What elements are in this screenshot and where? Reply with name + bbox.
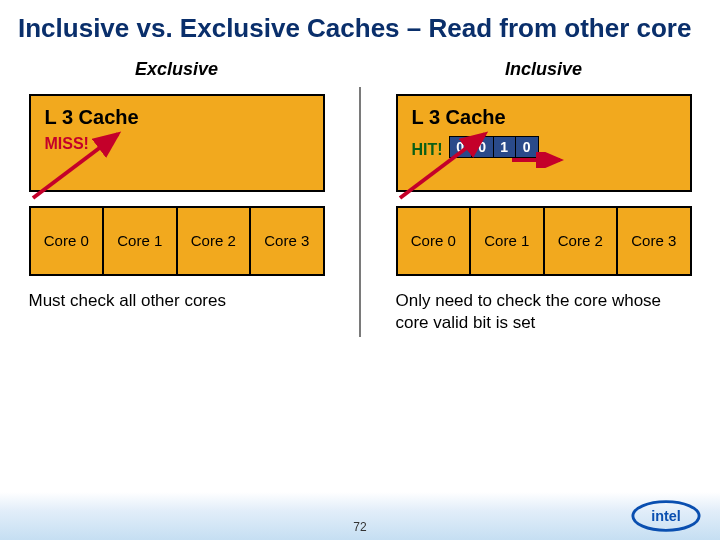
inclusive-cores-row: Core 0 Core 1 Core 2 Core 3 xyxy=(396,206,692,276)
core-cell: Core 1 xyxy=(102,206,176,276)
miss-label: MISS! xyxy=(45,135,309,153)
bit-cell: 0 xyxy=(516,137,538,157)
core-cell: Core 1 xyxy=(469,206,543,276)
columns: Exclusive L 3 Cache MISS! Core 0 Core 1 … xyxy=(0,55,720,337)
exclusive-label: Exclusive xyxy=(135,59,218,80)
intel-logo-icon: intel xyxy=(630,498,702,534)
hit-label: HIT! xyxy=(412,141,443,159)
exclusive-l3-box: L 3 Cache MISS! xyxy=(29,94,325,192)
svg-text:intel: intel xyxy=(651,508,681,524)
bit-cell: 0 xyxy=(450,137,472,157)
inclusive-explain: Only need to check the core whose core v… xyxy=(396,290,692,336)
inclusive-column: Inclusive L 3 Cache HIT! 0 0 1 0 xyxy=(385,55,702,337)
core-cell: Core 0 xyxy=(396,206,470,276)
column-divider xyxy=(359,87,361,337)
core-cell: Core 2 xyxy=(543,206,617,276)
valid-bits: 0 0 1 0 xyxy=(449,136,539,158)
bit-cell: 0 xyxy=(472,137,494,157)
exclusive-explain: Must check all other cores xyxy=(29,290,325,313)
core-cell: Core 0 xyxy=(29,206,103,276)
core-cell: Core 2 xyxy=(176,206,250,276)
core-cell: Core 3 xyxy=(249,206,325,276)
inclusive-l3-box: L 3 Cache HIT! 0 0 1 0 xyxy=(396,94,692,192)
inclusive-l3-title: L 3 Cache xyxy=(412,106,676,129)
core-cell: Core 3 xyxy=(616,206,692,276)
footer-bar: 72 intel xyxy=(0,492,720,540)
slide-title: Inclusive vs. Exclusive Caches – Read fr… xyxy=(0,0,720,55)
exclusive-cores-row: Core 0 Core 1 Core 2 Core 3 xyxy=(29,206,325,276)
bit-cell: 1 xyxy=(494,137,516,157)
exclusive-l3-title: L 3 Cache xyxy=(45,106,309,129)
exclusive-column: Exclusive L 3 Cache MISS! Core 0 Core 1 … xyxy=(18,55,335,337)
inclusive-label: Inclusive xyxy=(505,59,582,80)
page-number: 72 xyxy=(353,520,366,534)
